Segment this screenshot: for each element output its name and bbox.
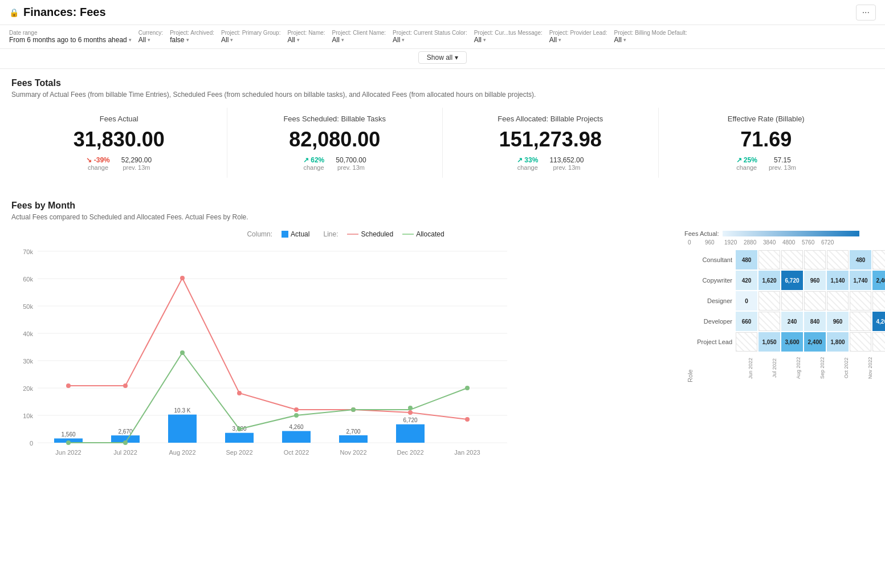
- heatmap-container: Fees Actual: 0 960 1920 2880 3840 4800 5…: [680, 230, 874, 469]
- svg-text:Jan 2023: Jan 2023: [454, 449, 480, 456]
- copywriter-jun: 420: [736, 271, 757, 290]
- heatmap-xlabel-aug: Aug 2022: [787, 354, 810, 382]
- consultant-aug: [781, 250, 803, 270]
- scheduled-line: [68, 278, 467, 419]
- scheduled-change-pct: ↗ 62%: [303, 156, 324, 164]
- allocated-dot-nov: [351, 407, 356, 412]
- scheduled-change-label: change: [304, 164, 324, 171]
- scheduled-prev-val: 50,700.00: [336, 156, 366, 164]
- filter-billing-mode[interactable]: Project: Billing Mode Default: All ▾: [614, 30, 687, 44]
- filter-status-message[interactable]: Project: Cur...tus Message: All ▾: [474, 30, 543, 44]
- allocated-change-pct: ↗ 33%: [517, 156, 538, 164]
- bar-sep2022: [225, 433, 254, 443]
- copywriter-sep: 960: [804, 271, 826, 290]
- total-actual-label: Fees Actual: [23, 115, 215, 123]
- developer-aug: 240: [781, 312, 803, 331]
- filter-primary-group[interactable]: Project: Primary Group: All ▾: [221, 30, 280, 44]
- svg-text:1,560: 1,560: [61, 431, 75, 438]
- heatmap-xlabel-dec: Dec 2022: [883, 354, 885, 382]
- lock-icon: 🔒: [9, 8, 19, 17]
- fees-totals-desc: Summary of Actual Fees (from billable Ti…: [11, 91, 874, 99]
- scheduled-dot-dec: [408, 410, 413, 415]
- svg-text:20k: 20k: [23, 385, 33, 392]
- filter-provider-lead[interactable]: Project: Provider Lead: All ▾: [549, 30, 607, 44]
- filter-status-color[interactable]: Project: Current Status Color: All ▾: [393, 30, 467, 44]
- total-scheduled-meta: ↗ 62% change 50,700.00 prev. 13m: [239, 156, 431, 171]
- scheduled-dot-jan: [465, 417, 470, 422]
- row-label-developer: Developer: [695, 318, 736, 325]
- heatmap-scale-labels: 0 960 1920 2880 3840 4800 5760 6720: [688, 239, 869, 246]
- heatmap-xlabel-jun: Jun 2022: [739, 354, 762, 382]
- bar-aug2022: [168, 415, 197, 443]
- project-lead-aug: 3,600: [781, 332, 803, 352]
- filter-name-label: Project: Name:: [287, 30, 325, 36]
- scheduled-legend-line: [347, 234, 358, 235]
- project-lead-dec: [872, 332, 885, 352]
- line-legend-label: Line:: [323, 230, 338, 238]
- allocated-dot-jun: [66, 440, 71, 445]
- filter-client-name-value: All ▾: [332, 36, 386, 44]
- actual-legend-label: Actual: [291, 230, 309, 238]
- filter-date-range[interactable]: Date range From 6 months ago to 6 months…: [9, 30, 132, 44]
- designer-aug: [781, 291, 803, 311]
- developer-nov: [850, 312, 871, 331]
- bar-nov2022: [339, 435, 368, 443]
- chevron-down-icon: ▾: [455, 54, 458, 62]
- scheduled-dot-jun: [66, 383, 71, 388]
- header-menu-button[interactable]: ···: [856, 5, 876, 21]
- consultant-sep: [804, 250, 826, 270]
- total-actual-value: 31,830.00: [23, 128, 215, 152]
- scheduled-dot-aug: [180, 276, 185, 280]
- svg-text:70k: 70k: [23, 248, 33, 255]
- filter-primary-group-label: Project: Primary Group:: [221, 30, 280, 36]
- heatmap-xlabel-jul: Jul 2022: [763, 354, 786, 382]
- bar-dec2022: [396, 424, 425, 443]
- filter-billing-mode-value: All ▾: [614, 36, 687, 44]
- heatmap-xlabel-sep: Sep 2022: [811, 354, 834, 382]
- actual-prev-label: prev. 13m: [123, 164, 150, 171]
- svg-text:50k: 50k: [23, 303, 33, 310]
- designer-dec: [872, 291, 885, 311]
- svg-text:Sep 2022: Sep 2022: [226, 449, 252, 456]
- project-lead-cells: 1,050 3,600 2,400 1,800: [736, 332, 885, 352]
- allocated-dot-jul: [123, 440, 128, 445]
- effective-rate-change-pct: ↗ 25%: [736, 156, 757, 164]
- show-all-button[interactable]: Show all ▾: [418, 51, 467, 64]
- designer-jul: [758, 291, 780, 311]
- total-card-scheduled: Fees Scheduled: Billable Tasks 82,080.00…: [227, 108, 443, 178]
- consultant-dec: [872, 250, 885, 270]
- filter-archived[interactable]: Project: Archived: false ▾: [170, 30, 214, 44]
- chart-legend: Column: Actual Line: Scheduled Allocated: [11, 230, 680, 238]
- fees-totals-title: Fees Totals: [11, 78, 874, 88]
- scale-0: 0: [688, 239, 705, 246]
- scheduled-dot-sep: [237, 391, 242, 395]
- page: 🔒 Finances: Fees ··· Date range From 6 m…: [0, 0, 885, 588]
- project-lead-jul: 1,050: [758, 332, 780, 352]
- effective-rate-change-label: change: [736, 164, 757, 171]
- heatmap-title: Fees Actual:: [684, 230, 719, 237]
- total-allocated-label: Fees Allocated: Billable Projects: [454, 115, 647, 123]
- scale-5760: 5760: [802, 239, 821, 246]
- heatmap-row-consultant: Consultant 480 480: [695, 250, 885, 270]
- scheduled-dot-jul: [123, 383, 128, 388]
- project-lead-sep: 2,400: [804, 332, 826, 352]
- svg-text:Dec 2022: Dec 2022: [397, 449, 423, 456]
- project-lead-jun: [736, 332, 757, 352]
- total-card-allocated: Fees Allocated: Billable Projects 151,27…: [443, 108, 659, 178]
- consultant-nov: 480: [850, 250, 871, 270]
- filter-currency[interactable]: Currency: All ▾: [138, 30, 163, 44]
- filter-provider-lead-value: All ▾: [549, 36, 607, 44]
- designer-nov: [850, 291, 871, 311]
- heatmap-title-row: Fees Actual:: [684, 230, 869, 237]
- scheduled-legend-label: Scheduled: [361, 230, 393, 238]
- heatmap-row-designer: Designer 0: [695, 291, 885, 311]
- filter-name-value: All ▾: [287, 36, 325, 44]
- copywriter-dec: 2,460: [872, 271, 885, 290]
- filter-client-name[interactable]: Project: Client Name: All ▾: [332, 30, 386, 44]
- bar-chart-container: Column: Actual Line: Scheduled Allocated: [11, 230, 680, 469]
- filter-name[interactable]: Project: Name: All ▾: [287, 30, 325, 44]
- heatmap-with-role-label: Role Consultant 480 480: [684, 250, 869, 382]
- svg-text:4,260: 4,260: [289, 424, 303, 430]
- svg-text:10k: 10k: [23, 413, 33, 419]
- column-legend-label: Column:: [247, 230, 272, 238]
